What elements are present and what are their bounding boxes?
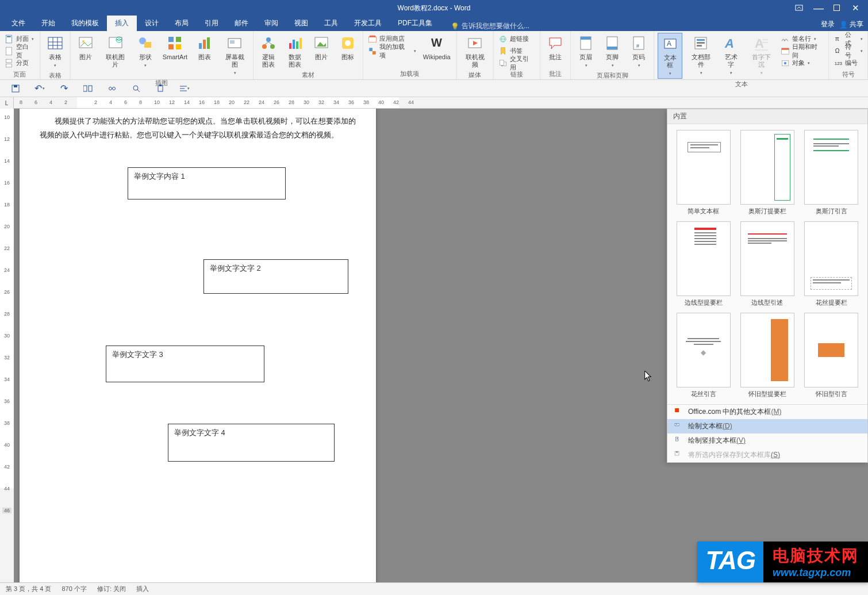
picture-icon	[76, 34, 95, 52]
qat-align-icon[interactable]: ▾	[179, 83, 190, 94]
ribbon-btn-首字下沉[interactable]: A首字下沉 ▾	[746, 33, 776, 78]
ribbon-group-加载项: 应用商店我的加载项▾WWikipedia加载项	[363, 31, 457, 79]
ribbon-btn-我的加载项[interactable]: 我的加载项▾	[367, 45, 417, 57]
svg-text:π: π	[835, 36, 839, 42]
ribbon-btn-Wikipedia[interactable]: WWikipedia	[421, 33, 453, 62]
tab-插入[interactable]: 插入	[107, 16, 137, 31]
gallery-item-filigree-quote[interactable]: ◆花丝引言	[674, 313, 732, 398]
ribbon-display-options-icon[interactable]	[794, 3, 803, 13]
ribbon-btn-联机图片[interactable]: 联机图片	[101, 33, 130, 70]
ribbon-btn-图片[interactable]: 图片	[310, 33, 333, 62]
ribbon-btn-表格[interactable]: 表格 ▾	[44, 33, 67, 70]
tell-me-search[interactable]: 💡 告诉我您想要做什么...	[451, 21, 529, 31]
textbox-1[interactable]: 举例文字内容 1	[128, 167, 286, 199]
status-mode[interactable]: 插入	[136, 585, 149, 593]
ribbon-btn-艺术字[interactable]: A艺术字 ▾	[719, 33, 743, 78]
qat-touch-icon[interactable]	[107, 83, 117, 94]
ribbon-btn-屏幕截图[interactable]: 屏幕截图 ▾	[220, 33, 249, 78]
ribbon-btn-编号[interactable]: 123编号	[832, 57, 864, 69]
ribbon-btn-页码[interactable]: #页码 ▾	[627, 33, 650, 70]
ribbon-btn-页眉[interactable]: 页眉 ▾	[574, 33, 597, 70]
ribbon-btn-文本框[interactable]: A文本框 ▾	[658, 33, 682, 79]
minimize-button[interactable]: —	[813, 5, 822, 11]
status-page[interactable]: 第 3 页，共 4 页	[6, 585, 51, 593]
status-track[interactable]: 修订: 关闭	[97, 585, 126, 593]
ruler-corner[interactable]: L	[0, 97, 14, 109]
bookmark-icon	[498, 47, 508, 56]
gallery-item-filigree-sidebar[interactable]: 花丝提要栏	[802, 221, 861, 307]
share-button[interactable]: 👤 共享	[839, 20, 863, 29]
ribbon-btn-空白页[interactable]: 空白页	[3, 45, 36, 57]
ribbon-btn-页脚[interactable]: 页脚 ▾	[601, 33, 624, 70]
ribbon-btn-超链接[interactable]: 超链接	[497, 33, 536, 45]
tab-开始[interactable]: 开始	[33, 16, 63, 31]
ribbon-btn-数据图表[interactable]: 数据 图表	[283, 33, 306, 70]
ribbon-group-媒体: 联机视频媒体	[457, 31, 494, 79]
qat-paste-icon[interactable]	[155, 83, 166, 94]
ribbon-btn-图表[interactable]: 图表	[193, 33, 216, 62]
tab-视图[interactable]: 视图	[286, 16, 316, 31]
datetime-icon	[781, 47, 790, 56]
svg-point-80	[133, 86, 138, 90]
gallery-item-simple[interactable]: 简单文本框	[674, 130, 732, 216]
tab-工具[interactable]: 工具	[316, 16, 346, 31]
svg-rect-82	[158, 86, 163, 91]
svg-text:Ω: Ω	[835, 48, 840, 54]
document-canvas[interactable]: 视频提供了功能强大的方法帮助您证明您的观点。当您单击联机视频时，可以在想要添加的…	[14, 109, 868, 582]
textbox-4[interactable]: 举例文字文字 4	[168, 424, 335, 462]
ribbon-btn-交叉引用[interactable]: 交叉引用	[497, 57, 536, 69]
svg-rect-33	[296, 41, 298, 49]
status-words[interactable]: 870 个字	[62, 585, 86, 593]
tab-审阅[interactable]: 审阅	[256, 16, 286, 31]
save-icon[interactable]	[10, 83, 21, 94]
tab-我的模板[interactable]: 我的模板	[63, 16, 107, 31]
svg-rect-23	[207, 37, 210, 49]
gallery-item-austin-sidebar[interactable]: 奥斯汀提要栏	[738, 130, 796, 216]
menu-draw-textbox[interactable]: A绘制文本框(D)	[667, 419, 867, 433]
ribbon-btn-图标[interactable]: 图标	[336, 33, 359, 62]
gallery-item-austin-quote[interactable]: 奥斯汀引言	[802, 130, 861, 216]
textbox-2[interactable]: 举例文字文字 2	[203, 259, 348, 294]
ribbon-btn-联机视频[interactable]: 联机视频	[460, 33, 490, 70]
tab-文件[interactable]: 文件	[3, 16, 33, 31]
gallery-item-retro-sidebar[interactable]: 怀旧型提要栏	[738, 313, 796, 398]
textbox-3[interactable]: 举例文字文字 3	[106, 346, 264, 382]
tab-开发工具[interactable]: 开发工具	[346, 16, 390, 31]
tab-引用[interactable]: 引用	[197, 16, 226, 31]
tab-布局[interactable]: 布局	[167, 16, 197, 31]
svg-rect-59	[697, 39, 705, 41]
ribbon-group-页眉和页脚: 页眉 ▾页脚 ▾#页码 ▾页眉和页脚	[571, 31, 654, 79]
undo-icon[interactable]: ↶▾	[34, 83, 45, 94]
ribbon-btn-SmartArt[interactable]: SmartArt	[160, 33, 190, 62]
maximize-button[interactable]	[832, 3, 841, 13]
gallery-item-retro-quote[interactable]: 怀旧型引言	[802, 313, 861, 398]
gallery-item-edge-quote[interactable]: 边线型引述	[738, 221, 796, 307]
close-button[interactable]: ✕	[851, 3, 860, 13]
menu-draw-vertical-textbox[interactable]: A绘制竖排文本框(V)	[667, 433, 867, 448]
qat-layout-icon[interactable]	[83, 83, 93, 94]
ribbon-btn-文档部件[interactable]: 文档部件 ▾	[686, 33, 716, 78]
ribbon-btn-批注[interactable]: 批注	[544, 33, 567, 62]
ribbon-btn-形状[interactable]: 形状 ▾	[134, 33, 157, 70]
svg-rect-75	[14, 85, 17, 87]
page: 视频提供了功能强大的方法帮助您证明您的观点。当您单击联机视频时，可以在想要添加的…	[20, 109, 376, 582]
ribbon-btn-对象[interactable]: 对象▾	[779, 57, 825, 69]
panel-header: 内置	[667, 109, 867, 124]
tab-设计[interactable]: 设计	[137, 16, 167, 31]
document-title: Word教程2.docx - Word	[398, 3, 471, 13]
gallery-item-edge-sidebar[interactable]: 边线型提要栏	[674, 221, 732, 307]
ribbon-btn-分页[interactable]: 分页	[3, 57, 36, 69]
ribbon-btn-符号[interactable]: Ω符号▾	[832, 45, 864, 57]
menu-more-textboxes-office[interactable]: Office.com 中的其他文本框(M)	[667, 405, 867, 419]
login-link[interactable]: 登录	[821, 20, 835, 29]
ribbon-btn-逻辑图表[interactable]: 逻辑 图表	[257, 33, 280, 70]
blank-page-icon	[5, 47, 14, 56]
ribbon-btn-图片[interactable]: 图片	[74, 33, 97, 62]
pagenum-icon: #	[629, 34, 648, 52]
svg-text:W: W	[431, 36, 442, 49]
redo-icon[interactable]: ↷	[59, 83, 69, 94]
ribbon-btn-日期和时间[interactable]: 日期和时间	[779, 45, 825, 57]
tab-PDF工具集[interactable]: PDF工具集	[390, 16, 440, 31]
tab-邮件[interactable]: 邮件	[226, 16, 256, 31]
qat-print-preview-icon[interactable]	[131, 83, 141, 94]
